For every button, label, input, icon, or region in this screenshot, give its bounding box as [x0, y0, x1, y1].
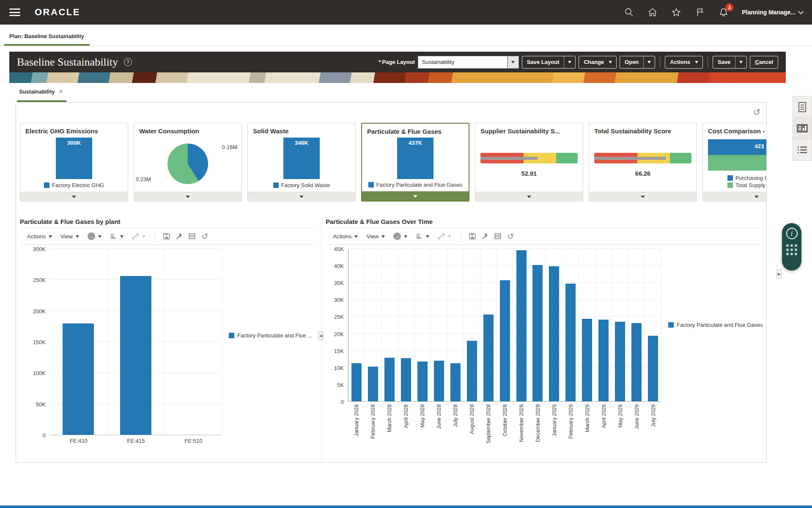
- bar-category-cell: [480, 249, 497, 401]
- bar-May 2028[interactable]: [417, 362, 428, 401]
- infotile-1[interactable]: Electric GHG Emissions300KFactory Electr…: [20, 123, 128, 202]
- y-tick-label: 250K: [33, 277, 46, 283]
- chart-options-icon[interactable]: [412, 233, 433, 240]
- splitter-collapse-icon[interactable]: ◀: [318, 331, 324, 340]
- tab-sustainability[interactable]: Sustainability ×: [19, 88, 63, 95]
- bar-July 2029[interactable]: [648, 336, 658, 401]
- drill-icon[interactable]: →: [390, 232, 411, 240]
- bar-August 2028[interactable]: [467, 341, 477, 401]
- bar-November 2028[interactable]: [516, 250, 527, 401]
- bar-FE:415[interactable]: [120, 276, 151, 435]
- dashboard-panel: ↺ Electric GHG Emissions300KFactory Elec…: [16, 102, 767, 463]
- open-button[interactable]: Open: [620, 56, 655, 69]
- notifications-bell-icon[interactable]: 3: [718, 7, 729, 18]
- x-tick-label: May 2028: [420, 404, 425, 428]
- bar-FE:410[interactable]: [63, 323, 94, 435]
- bar-December 2028[interactable]: [532, 265, 543, 401]
- bar-March 2029[interactable]: [582, 319, 592, 401]
- infotile-6[interactable]: Total Sustainability Score66.26: [589, 123, 697, 202]
- infotile-2[interactable]: Water Consumption0.16M0.23M: [134, 123, 242, 202]
- bar-January 2028[interactable]: [351, 363, 362, 401]
- home-icon[interactable]: [647, 7, 658, 18]
- refresh-icon[interactable]: ↺: [753, 108, 760, 116]
- bar-category-cell: [381, 249, 398, 401]
- infotile-5[interactable]: Supplier Sustainability S...52.91: [475, 123, 583, 202]
- bar-June 2029[interactable]: [631, 323, 642, 401]
- tile-expand-button[interactable]: [589, 192, 697, 201]
- hamburger-menu-icon[interactable]: [9, 8, 20, 16]
- save-disk-icon[interactable]: [161, 232, 172, 240]
- save-layout-button[interactable]: Save Layout: [522, 56, 576, 69]
- info-icon[interactable]: i: [786, 228, 798, 239]
- save-layout-dropdown-icon[interactable]: [564, 56, 575, 68]
- right-icon-rail: [793, 96, 812, 161]
- tile-expand-button[interactable]: [703, 192, 766, 201]
- save-dropdown-icon[interactable]: [735, 56, 746, 68]
- user-role-menu[interactable]: Planning Manage...: [742, 9, 803, 16]
- infotile-title: Cost Comparison -: [703, 123, 766, 135]
- tile-expand-button[interactable]: [475, 192, 583, 201]
- bar-April 2028[interactable]: [401, 358, 411, 401]
- y-tick-label: 200K: [33, 308, 46, 314]
- tools-wrench-icon[interactable]: [480, 232, 491, 240]
- legend-item: Total Supply Ch: [727, 182, 766, 188]
- tile-expand-button[interactable]: [20, 192, 128, 201]
- tile-expand-button[interactable]: [362, 191, 469, 201]
- page-layout-select-value[interactable]: Sustainability: [418, 56, 508, 69]
- x-tick-cell: FE:415: [107, 435, 165, 447]
- infotile-3[interactable]: Solid Waste346KFactory Solid Waste: [247, 123, 356, 202]
- x-tick-label: April 2028: [403, 404, 409, 428]
- search-icon[interactable]: [623, 7, 634, 18]
- tile-expand-button[interactable]: [134, 192, 241, 201]
- save-disk-icon[interactable]: [467, 232, 478, 240]
- page-layout-select-arrow-icon[interactable]: [508, 56, 519, 69]
- refresh-icon[interactable]: ↺: [199, 232, 210, 241]
- plan-tab-bar: Plan: Baseline Sustainability: [0, 25, 812, 46]
- actions-menu[interactable]: Actions: [24, 233, 55, 240]
- change-button[interactable]: Change: [579, 56, 617, 69]
- bar-February 2029[interactable]: [565, 284, 576, 401]
- actions-menu[interactable]: Actions: [329, 233, 361, 240]
- refresh-icon[interactable]: ↺: [505, 232, 516, 241]
- help-icon[interactable]: ?: [124, 58, 132, 66]
- view-menu[interactable]: View: [57, 233, 82, 240]
- bar-January 2029[interactable]: [549, 266, 559, 401]
- actions-button[interactable]: Actions: [665, 56, 703, 69]
- splitter-collapse-icon[interactable]: ▶: [776, 269, 782, 279]
- bar-April 2029[interactable]: [598, 320, 609, 401]
- plan-tab[interactable]: Plan: Baseline Sustainability: [9, 33, 84, 39]
- x-tick-cell: February 2028: [365, 402, 381, 445]
- chart-panel-over-time: Particulate & Flue Gases Over Time Actio…: [322, 217, 766, 462]
- dashboard-view-icon[interactable]: [793, 118, 812, 139]
- bar-category-cell: [529, 249, 546, 401]
- cancel-button[interactable]: Cancel: [750, 56, 778, 69]
- chevron-down-icon: [527, 196, 531, 200]
- tile-expand-button[interactable]: [248, 192, 355, 201]
- table-view-icon[interactable]: [187, 232, 198, 240]
- bar-March 2028[interactable]: [384, 358, 395, 401]
- bar-February 2028[interactable]: [368, 367, 378, 401]
- view-menu[interactable]: View: [363, 233, 388, 240]
- bar-July 2028[interactable]: [450, 363, 461, 401]
- tools-wrench-icon[interactable]: [174, 232, 185, 240]
- page-layout-select[interactable]: Sustainability: [418, 56, 519, 69]
- chart-options-icon[interactable]: [107, 233, 127, 240]
- bar-May 2029[interactable]: [615, 322, 625, 401]
- infotile-7[interactable]: Cost Comparison - 423Purchasing CosTotal…: [702, 123, 766, 202]
- bar-October 2028[interactable]: [500, 280, 510, 401]
- infotile-4[interactable]: Particulate & Flue Gases437KFactory Part…: [361, 123, 469, 202]
- document-page-icon[interactable]: [793, 96, 812, 118]
- flag-icon[interactable]: [694, 7, 705, 18]
- bar-September 2028[interactable]: [483, 315, 494, 401]
- drill-icon[interactable]: →: [84, 232, 105, 240]
- list-view-icon[interactable]: [793, 139, 812, 161]
- tab-close-icon[interactable]: ×: [59, 88, 63, 95]
- open-dropdown-icon[interactable]: [643, 56, 655, 68]
- bar-June 2028[interactable]: [434, 361, 444, 401]
- bar-category-cell: [497, 249, 513, 401]
- save-button[interactable]: Save: [713, 56, 747, 69]
- table-view-icon[interactable]: [492, 232, 503, 240]
- drag-dots-icon[interactable]: [786, 244, 797, 255]
- contextual-actions-pill[interactable]: i: [782, 223, 801, 271]
- favorites-star-icon[interactable]: [671, 7, 682, 18]
